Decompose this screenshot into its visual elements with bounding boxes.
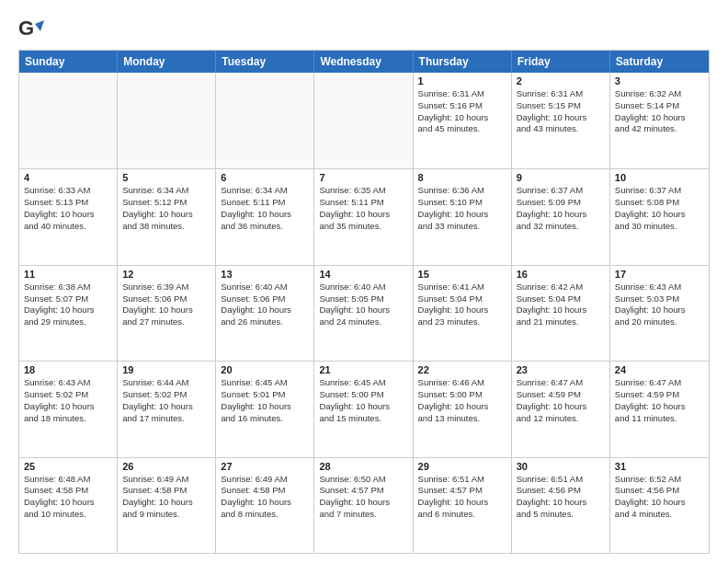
day-number: 24: [615, 364, 704, 375]
weekday-header: Sunday: [19, 51, 118, 73]
day-info: Sunrise: 6:41 AM Sunset: 5:04 PM Dayligh…: [418, 282, 506, 328]
day-info: Sunrise: 6:44 AM Sunset: 5:02 PM Dayligh…: [122, 377, 210, 424]
day-info: Sunrise: 6:51 AM Sunset: 4:56 PM Dayligh…: [517, 474, 605, 521]
weekday-header: Friday: [512, 51, 610, 73]
day-number: 23: [517, 364, 605, 375]
calendar-cell: 18Sunrise: 6:43 AM Sunset: 5:02 PM Dayli…: [19, 362, 118, 456]
calendar-cell: 26Sunrise: 6:49 AM Sunset: 4:58 PM Dayli…: [118, 458, 216, 553]
weekday-header: Thursday: [414, 51, 512, 73]
calendar-cell: 12Sunrise: 6:39 AM Sunset: 5:06 PM Dayli…: [118, 266, 216, 361]
logo: G: [18, 17, 46, 42]
calendar-row: 18Sunrise: 6:43 AM Sunset: 5:02 PM Dayli…: [19, 361, 709, 456]
day-number: 2: [517, 75, 605, 86]
weekday-header: Monday: [118, 51, 216, 73]
calendar-cell: 6Sunrise: 6:34 AM Sunset: 5:11 PM Daylig…: [216, 169, 314, 264]
calendar-cell: [19, 73, 118, 168]
day-number: 18: [24, 364, 112, 375]
calendar-cell: 20Sunrise: 6:45 AM Sunset: 5:01 PM Dayli…: [216, 362, 314, 456]
day-info: Sunrise: 6:38 AM Sunset: 5:07 PM Dayligh…: [24, 282, 112, 328]
day-info: Sunrise: 6:32 AM Sunset: 5:14 PM Dayligh…: [615, 88, 704, 135]
day-number: 16: [517, 269, 605, 280]
calendar-body: 1Sunrise: 6:31 AM Sunset: 5:16 PM Daylig…: [19, 73, 709, 553]
day-info: Sunrise: 6:35 AM Sunset: 5:11 PM Dayligh…: [319, 185, 407, 232]
logo-icon: G: [18, 17, 44, 42]
calendar-row: 1Sunrise: 6:31 AM Sunset: 5:16 PM Daylig…: [19, 73, 709, 168]
day-number: 28: [319, 461, 407, 472]
day-info: Sunrise: 6:43 AM Sunset: 5:02 PM Dayligh…: [24, 377, 112, 424]
day-number: 21: [319, 364, 407, 375]
day-info: Sunrise: 6:40 AM Sunset: 5:06 PM Dayligh…: [221, 282, 309, 328]
day-info: Sunrise: 6:45 AM Sunset: 5:00 PM Dayligh…: [319, 377, 407, 424]
svg-marker-1: [35, 20, 44, 31]
day-number: 27: [221, 461, 309, 472]
day-info: Sunrise: 6:52 AM Sunset: 4:56 PM Dayligh…: [615, 474, 704, 521]
day-number: 26: [122, 461, 210, 472]
day-info: Sunrise: 6:49 AM Sunset: 4:58 PM Dayligh…: [221, 474, 309, 521]
calendar-cell: 30Sunrise: 6:51 AM Sunset: 4:56 PM Dayli…: [512, 458, 610, 553]
calendar-cell: 19Sunrise: 6:44 AM Sunset: 5:02 PM Dayli…: [118, 362, 216, 456]
day-number: 8: [418, 172, 506, 183]
day-info: Sunrise: 6:48 AM Sunset: 4:58 PM Dayligh…: [24, 474, 112, 521]
day-number: 12: [122, 269, 210, 280]
day-info: Sunrise: 6:43 AM Sunset: 5:03 PM Dayligh…: [615, 282, 704, 328]
day-info: Sunrise: 6:31 AM Sunset: 5:15 PM Dayligh…: [517, 88, 605, 135]
calendar-cell: 24Sunrise: 6:47 AM Sunset: 4:59 PM Dayli…: [610, 362, 709, 456]
day-number: 17: [615, 269, 704, 280]
day-number: 4: [24, 172, 112, 183]
day-number: 6: [221, 172, 309, 183]
calendar-row: 25Sunrise: 6:48 AM Sunset: 4:58 PM Dayli…: [19, 457, 709, 553]
page: G SundayMondayTuesdayWednesdayThursdayFr…: [0, 0, 728, 563]
day-info: Sunrise: 6:45 AM Sunset: 5:01 PM Dayligh…: [221, 377, 309, 424]
day-info: Sunrise: 6:34 AM Sunset: 5:11 PM Dayligh…: [221, 185, 309, 232]
day-number: 9: [517, 172, 605, 183]
day-info: Sunrise: 6:42 AM Sunset: 5:04 PM Dayligh…: [517, 282, 605, 328]
calendar-cell: 29Sunrise: 6:51 AM Sunset: 4:57 PM Dayli…: [414, 458, 512, 553]
calendar-cell: [314, 73, 413, 168]
header: G: [18, 17, 710, 42]
day-number: 29: [418, 461, 506, 472]
calendar-cell: 3Sunrise: 6:32 AM Sunset: 5:14 PM Daylig…: [610, 73, 709, 168]
day-info: Sunrise: 6:40 AM Sunset: 5:05 PM Dayligh…: [319, 282, 407, 328]
calendar-cell: [118, 73, 216, 168]
calendar-cell: 27Sunrise: 6:49 AM Sunset: 4:58 PM Dayli…: [216, 458, 314, 553]
day-info: Sunrise: 6:39 AM Sunset: 5:06 PM Dayligh…: [122, 282, 210, 328]
day-number: 5: [122, 172, 210, 183]
calendar-cell: 5Sunrise: 6:34 AM Sunset: 5:12 PM Daylig…: [118, 169, 216, 264]
day-info: Sunrise: 6:37 AM Sunset: 5:08 PM Dayligh…: [615, 185, 704, 232]
weekday-header: Saturday: [610, 51, 709, 73]
calendar-cell: 13Sunrise: 6:40 AM Sunset: 5:06 PM Dayli…: [216, 266, 314, 361]
day-number: 22: [418, 364, 506, 375]
day-info: Sunrise: 6:50 AM Sunset: 4:57 PM Dayligh…: [319, 474, 407, 521]
svg-text:G: G: [18, 17, 34, 40]
weekday-header: Wednesday: [314, 51, 413, 73]
day-number: 7: [319, 172, 407, 183]
calendar-cell: 2Sunrise: 6:31 AM Sunset: 5:15 PM Daylig…: [512, 73, 610, 168]
day-number: 25: [24, 461, 112, 472]
calendar-cell: 4Sunrise: 6:33 AM Sunset: 5:13 PM Daylig…: [19, 169, 118, 264]
day-number: 20: [221, 364, 309, 375]
day-number: 31: [615, 461, 704, 472]
day-number: 3: [615, 75, 704, 86]
day-number: 30: [517, 461, 605, 472]
day-info: Sunrise: 6:33 AM Sunset: 5:13 PM Dayligh…: [24, 185, 112, 232]
day-number: 10: [615, 172, 704, 183]
calendar-cell: 28Sunrise: 6:50 AM Sunset: 4:57 PM Dayli…: [314, 458, 413, 553]
calendar-row: 11Sunrise: 6:38 AM Sunset: 5:07 PM Dayli…: [19, 265, 709, 361]
day-info: Sunrise: 6:47 AM Sunset: 4:59 PM Dayligh…: [517, 377, 605, 424]
calendar-cell: 16Sunrise: 6:42 AM Sunset: 5:04 PM Dayli…: [512, 266, 610, 361]
day-number: 14: [319, 269, 407, 280]
day-info: Sunrise: 6:37 AM Sunset: 5:09 PM Dayligh…: [517, 185, 605, 232]
calendar-row: 4Sunrise: 6:33 AM Sunset: 5:13 PM Daylig…: [19, 168, 709, 264]
calendar-cell: 31Sunrise: 6:52 AM Sunset: 4:56 PM Dayli…: [610, 458, 709, 553]
calendar-cell: 9Sunrise: 6:37 AM Sunset: 5:09 PM Daylig…: [512, 169, 610, 264]
day-info: Sunrise: 6:47 AM Sunset: 4:59 PM Dayligh…: [615, 377, 704, 424]
day-info: Sunrise: 6:36 AM Sunset: 5:10 PM Dayligh…: [418, 185, 506, 232]
day-number: 11: [24, 269, 112, 280]
calendar-header: SundayMondayTuesdayWednesdayThursdayFrid…: [19, 51, 709, 73]
calendar-cell: 17Sunrise: 6:43 AM Sunset: 5:03 PM Dayli…: [610, 266, 709, 361]
calendar-cell: 1Sunrise: 6:31 AM Sunset: 5:16 PM Daylig…: [414, 73, 512, 168]
weekday-header: Tuesday: [216, 51, 314, 73]
day-number: 15: [418, 269, 506, 280]
day-info: Sunrise: 6:49 AM Sunset: 4:58 PM Dayligh…: [122, 474, 210, 521]
calendar-cell: 11Sunrise: 6:38 AM Sunset: 5:07 PM Dayli…: [19, 266, 118, 361]
